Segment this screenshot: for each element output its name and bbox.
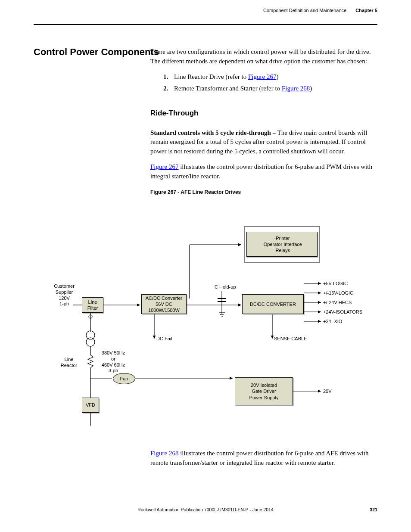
figure-267-link[interactable]: Figure 267 bbox=[150, 163, 178, 170]
gate-driver-box: 20V IsolatedGate DriverPower Supply bbox=[235, 377, 293, 405]
output-5v-label: +5V-LOGIC bbox=[323, 281, 348, 287]
body-column: There are two configurations in which co… bbox=[150, 47, 377, 196]
header-section: Component Definition and Maintenance bbox=[263, 8, 346, 13]
figure-268-text: illustrates the control power distributi… bbox=[150, 450, 369, 466]
list-item: 1. Line Reactor Drive (refer to Figure 2… bbox=[163, 72, 377, 82]
svg-point-20 bbox=[86, 331, 95, 339]
list-item: 2. Remote Transformer and Starter (refer… bbox=[163, 84, 377, 93]
figure-267-paragraph: Figure 267 illustrates the control power… bbox=[150, 162, 377, 181]
line-filter-box: LineFilter bbox=[82, 297, 103, 313]
ride-through-heading: Ride-Through bbox=[150, 108, 377, 119]
output-24v-xio-label: +24- XIO bbox=[323, 319, 342, 325]
output-15v-label: +/-15V-LOGIC bbox=[323, 290, 353, 296]
figure-267-caption: Figure 267 - AFE Line Reactor Drives bbox=[150, 189, 377, 196]
figure-267-link[interactable]: Figure 267 bbox=[248, 73, 276, 80]
page-footer: Rockwell Automation Publication 7000L-UM… bbox=[34, 507, 377, 512]
list-text: ) bbox=[276, 73, 278, 80]
list-text: ) bbox=[310, 85, 312, 92]
figure-267-text: illustrates the control power distributi… bbox=[150, 163, 372, 180]
list-text: Remote Transformer and Starter (refer to bbox=[174, 85, 282, 92]
ride-through-bold: Standard controls with 5 cycle ride-thro… bbox=[150, 129, 271, 136]
list-text: Line Reactor Drive (refer to bbox=[174, 73, 248, 80]
ride-through-paragraph: Standard controls with 5 cycle ride-thro… bbox=[150, 128, 377, 156]
publication-text: Rockwell Automation Publication 7000L-UM… bbox=[137, 507, 274, 512]
list-number: 2. bbox=[163, 85, 168, 92]
page-header: Component Definition and Maintenance Cha… bbox=[34, 24, 377, 30]
customer-label: CustomerSupplier120V1-ph bbox=[47, 283, 81, 307]
printer-box: -Printer-Operator Interface-Relays bbox=[246, 232, 318, 257]
svg-point-21 bbox=[86, 338, 95, 346]
header-chapter: Chapter 5 bbox=[355, 8, 377, 13]
intro-paragraph: There are two configurations in which co… bbox=[150, 47, 377, 66]
sense-cable-label: SENSE CABLE bbox=[274, 336, 307, 342]
dcdc-box: DC/DC CONVERTER bbox=[242, 294, 304, 314]
vfd-box: VFD bbox=[82, 398, 99, 413]
c-holdup-label: C Hold-up bbox=[215, 284, 236, 290]
figure-268-paragraph: Figure 268 illustrates the control power… bbox=[150, 449, 377, 468]
output-24v-hecs-label: +/-24V-HECS bbox=[323, 300, 352, 306]
voltage-label: 380V 50Hzor460V 60Hz3-ph bbox=[96, 350, 131, 374]
page-number: 321 bbox=[370, 507, 377, 512]
output-24v-iso-label: +24V-ISOLATORS bbox=[323, 309, 362, 315]
output-20v-label: 20V bbox=[323, 389, 332, 395]
section-title: Control Power Components bbox=[34, 47, 159, 58]
fan-oval: Fan bbox=[113, 373, 135, 384]
dc-fail-label: DC Fail bbox=[156, 336, 172, 342]
figure-268-link[interactable]: Figure 268 bbox=[282, 85, 310, 92]
figure-267-diagram: LineFilter AC/DC Converter56V DC1000W/15… bbox=[47, 223, 383, 439]
list-number: 1. bbox=[163, 73, 168, 80]
line-reactor-label: LineReactor bbox=[60, 357, 78, 369]
figure-268-link[interactable]: Figure 268 bbox=[150, 450, 178, 457]
config-list: 1. Line Reactor Drive (refer to Figure 2… bbox=[163, 72, 377, 94]
acdc-box: AC/DC Converter56V DC1000W/1500W bbox=[141, 294, 187, 314]
